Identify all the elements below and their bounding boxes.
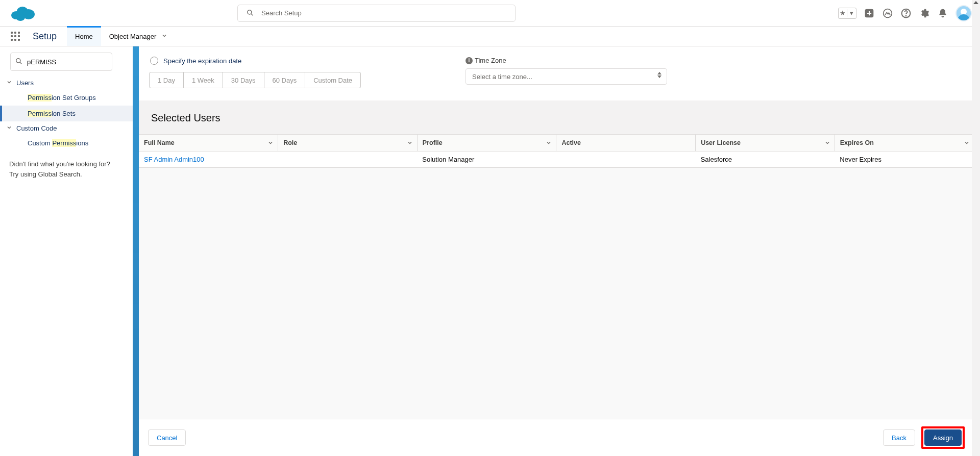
sidebar-section-users[interactable]: Users xyxy=(0,76,133,90)
chevron-down-icon xyxy=(6,124,12,132)
expiration-radio[interactable] xyxy=(150,57,158,65)
sidebar-quickfind-input[interactable] xyxy=(10,53,112,71)
row-role xyxy=(278,151,418,167)
svg-point-4 xyxy=(248,10,252,14)
sidebar-item-custom-permissions[interactable]: Custom Permissions xyxy=(0,135,133,151)
user-avatar[interactable] xyxy=(955,5,972,21)
sidebar-section-custom-code-label: Custom Code xyxy=(16,124,57,132)
col-user-license[interactable]: User License xyxy=(696,135,835,151)
chevron-down-icon[interactable] xyxy=(546,140,552,147)
duration-1day[interactable]: 1 Day xyxy=(149,72,184,88)
sidebar-section-custom-code[interactable]: Custom Code xyxy=(0,121,133,135)
expiration-label: Specify the expiration date xyxy=(163,57,241,65)
svg-point-3 xyxy=(16,14,25,21)
global-header: ★ ▾ xyxy=(0,0,980,27)
chevron-down-icon[interactable] xyxy=(964,140,970,147)
chevron-down-icon[interactable] xyxy=(267,140,274,147)
assign-button-highlight: Assign xyxy=(921,426,965,449)
col-active[interactable]: Active xyxy=(556,135,696,151)
sidebar-item-permission-sets[interactable]: Permission Sets xyxy=(0,106,133,121)
col-profile[interactable]: Profile xyxy=(417,135,556,151)
duration-60days[interactable]: 60 Days xyxy=(264,72,306,88)
context-bar: Setup Home Object Manager xyxy=(0,27,980,46)
row-expires: Never Expires xyxy=(835,151,974,167)
timezone-value: Select a time zone... xyxy=(472,73,532,81)
chevron-down-icon xyxy=(161,33,167,40)
row-full-name-link[interactable]: SF Admin Admin100 xyxy=(144,156,204,163)
search-icon xyxy=(247,9,254,18)
browser-scrollbar[interactable] xyxy=(972,0,980,456)
sidebar-help-text: Didn't find what you're looking for? Try… xyxy=(0,151,133,179)
tab-object-manager-label: Object Manager xyxy=(109,33,157,40)
footer-actions: Cancel Back Assign xyxy=(139,419,974,456)
sidebar-section-users-label: Users xyxy=(16,79,34,87)
tab-object-manager[interactable]: Object Manager xyxy=(101,27,176,46)
duration-1week[interactable]: 1 Week xyxy=(184,72,223,88)
assign-button[interactable]: Assign xyxy=(924,429,962,446)
chevron-down-icon[interactable] xyxy=(824,140,830,147)
header-actions: ★ ▾ xyxy=(838,5,972,21)
app-name: Setup xyxy=(22,27,67,46)
setup-gear-icon[interactable] xyxy=(919,8,930,19)
favorites-dropdown[interactable]: ★ ▾ xyxy=(838,8,856,19)
notifications-bell-icon[interactable] xyxy=(937,8,948,19)
salesforce-logo xyxy=(9,4,36,22)
tab-home-label: Home xyxy=(75,33,93,40)
star-icon: ★ xyxy=(840,9,846,17)
global-search-input[interactable] xyxy=(237,5,516,22)
row-active xyxy=(556,151,696,167)
chevron-down-icon: ▾ xyxy=(850,9,853,17)
timezone-select[interactable]: Select a time zone... xyxy=(465,68,667,85)
setup-sidebar: Users Permission Set Groups Permission S… xyxy=(0,46,133,456)
cancel-button[interactable]: Cancel xyxy=(148,429,186,446)
selected-users-table: Full Name Role Profile Active User Licen… xyxy=(139,135,974,168)
sidebar-item-permission-set-groups[interactable]: Permission Set Groups xyxy=(0,90,133,106)
app-launcher-icon[interactable] xyxy=(8,27,22,46)
row-profile: Solution Manager xyxy=(417,151,556,167)
duration-30days[interactable]: 30 Days xyxy=(223,72,264,88)
main-canvas: Specify the expiration date 1 Day 1 Week… xyxy=(139,46,974,456)
svg-point-9 xyxy=(16,59,20,63)
trailhead-icon[interactable] xyxy=(882,8,893,19)
duration-custom[interactable]: Custom Date xyxy=(305,72,361,88)
duration-button-group: 1 Day 1 Week 30 Days 60 Days Custom Date xyxy=(149,72,455,88)
help-icon[interactable] xyxy=(900,8,912,19)
chevron-down-icon[interactable] xyxy=(407,140,413,147)
col-role[interactable]: Role xyxy=(278,135,418,151)
col-full-name[interactable]: Full Name xyxy=(139,135,278,151)
info-icon: i xyxy=(465,57,473,64)
back-button[interactable]: Back xyxy=(883,429,915,446)
timezone-label: Time Zone xyxy=(475,57,506,64)
col-expires-on[interactable]: Expires On xyxy=(835,135,974,151)
chevron-down-icon xyxy=(6,79,12,87)
add-icon[interactable] xyxy=(864,8,875,19)
tab-home[interactable]: Home xyxy=(67,27,101,46)
selected-users-heading: Selected Users xyxy=(139,100,974,134)
table-row: SF Admin Admin100 Solution Manager Sales… xyxy=(139,151,974,167)
spinner-icon xyxy=(657,72,662,78)
row-license: Salesforce xyxy=(696,151,835,167)
svg-point-8 xyxy=(906,15,906,16)
search-icon xyxy=(15,58,22,66)
